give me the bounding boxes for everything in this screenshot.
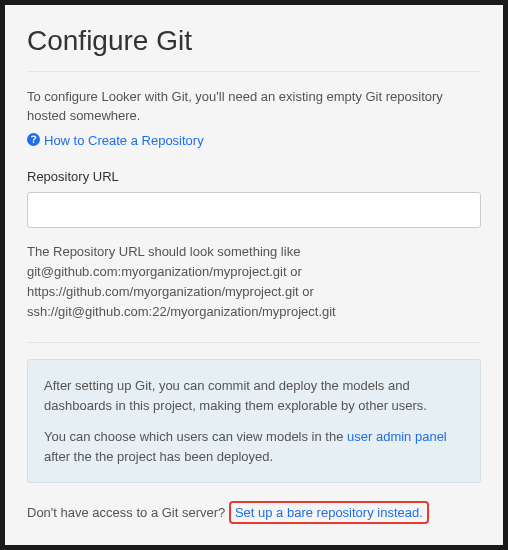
intro-text: To configure Looker with Git, you'll nee…: [27, 88, 481, 126]
alt-option-row: Don't have access to a Git server? Set u…: [27, 501, 481, 524]
help-link-label: How to Create a Repository: [44, 133, 204, 148]
user-admin-panel-link[interactable]: user admin panel: [347, 429, 447, 444]
help-create-repo-link[interactable]: How to Create a Repository: [27, 133, 204, 149]
repo-url-label: Repository URL: [27, 169, 481, 184]
alt-prefix: Don't have access to a Git server?: [27, 505, 225, 520]
configure-git-dialog: Configure Git To configure Looker with G…: [5, 5, 503, 545]
divider: [27, 342, 481, 343]
info-text: You can choose which users can view mode…: [44, 427, 464, 466]
info-text: After setting up Git, you can commit and…: [44, 376, 464, 415]
bare-repo-link[interactable]: Set up a bare repository instead.: [229, 501, 429, 524]
hint-line: https://github.com/myorganization/myproj…: [27, 284, 314, 299]
divider: [27, 71, 481, 72]
help-icon: [27, 133, 40, 149]
repo-url-input[interactable]: [27, 192, 481, 228]
hint-line: ssh://git@github.com:22/myorganization/m…: [27, 304, 336, 319]
page-title: Configure Git: [27, 25, 481, 57]
hint-line: git@github.com:myorganization/myproject.…: [27, 264, 302, 279]
hint-line: The Repository URL should look something…: [27, 244, 300, 259]
info-box: After setting up Git, you can commit and…: [27, 359, 481, 483]
repo-url-hint: The Repository URL should look something…: [27, 242, 481, 323]
